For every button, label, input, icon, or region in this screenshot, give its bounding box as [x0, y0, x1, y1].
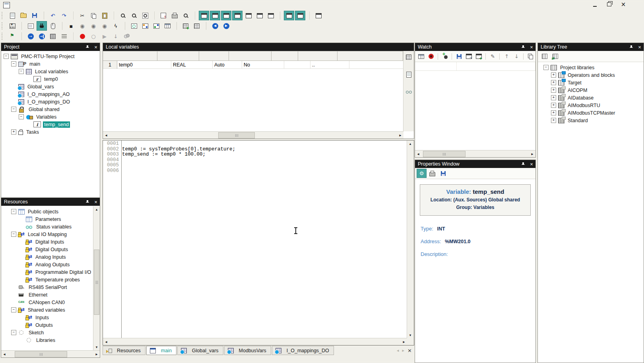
- expander-icon[interactable]: −: [543, 65, 549, 70]
- refresh-libraries-button[interactable]: [550, 52, 560, 61]
- duplicate-symbol-button[interactable]: [526, 52, 535, 61]
- cold-restart-button[interactable]: ◉: [77, 21, 87, 31]
- library-manager-button[interactable]: [539, 52, 549, 61]
- grid-horizontal-scrollbar[interactable]: ◂ ▸: [103, 131, 403, 139]
- expander-icon[interactable]: −: [19, 69, 24, 74]
- watch-column-header[interactable]: [457, 62, 529, 70]
- array-cell[interactable]: No: [242, 61, 284, 69]
- watch-column-header[interactable]: [415, 62, 457, 70]
- grid-column-header[interactable]: [103, 51, 157, 61]
- redo-button[interactable]: ↷: [59, 11, 69, 20]
- st-code-editor[interactable]: 0001 0002 temp0 := sysTempProbes[0].temp…: [103, 140, 414, 345]
- start-recording-button[interactable]: [77, 31, 87, 41]
- document-tab[interactable]: I_O_mappings_DO: [272, 346, 334, 355]
- expander-icon[interactable]: +: [551, 118, 556, 123]
- save-watch-list-button[interactable]: [454, 52, 464, 61]
- pin-icon[interactable]: [522, 162, 526, 166]
- grid-column-header[interactable]: [272, 51, 298, 61]
- new-project-button[interactable]: [7, 11, 17, 20]
- expander-icon[interactable]: +: [551, 110, 556, 115]
- document-tab[interactable]: Global_vars: [177, 346, 223, 355]
- pin-icon[interactable]: [522, 45, 526, 49]
- tree-item[interactable]: − Variables: [1, 113, 100, 121]
- hot-restart-button[interactable]: ◉: [99, 21, 110, 31]
- load-watch-list-button[interactable]: [464, 52, 473, 61]
- multiple-download-button[interactable]: [140, 21, 150, 31]
- tree-item[interactable]: + AICOPM: [541, 86, 644, 94]
- editor-vertical-scrollbar[interactable]: ▴ ▾: [407, 141, 414, 338]
- paste-button[interactable]: [99, 11, 110, 20]
- reboot-target-button[interactable]: ϟ: [111, 21, 121, 31]
- menu-item[interactable]: [85, 4, 93, 6]
- field-value[interactable]: %MW201.0: [445, 239, 471, 244]
- expander-icon[interactable]: −: [11, 209, 16, 214]
- online-network-button[interactable]: [129, 21, 139, 31]
- menu-item[interactable]: [62, 4, 70, 6]
- toggle-watch-window-button[interactable]: [221, 11, 231, 20]
- name-cell[interactable]: temp0: [117, 61, 171, 69]
- tree-item[interactable]: CANopen CAN0: [1, 299, 93, 306]
- menu-item[interactable]: [30, 4, 38, 6]
- tree-item[interactable]: Temperature probes: [1, 276, 93, 283]
- document-tab[interactable]: Resources: [103, 346, 145, 355]
- undo-button[interactable]: ↶: [48, 11, 58, 20]
- expander-icon[interactable]: +: [11, 129, 16, 135]
- expander-icon[interactable]: +: [551, 95, 556, 100]
- menu-item[interactable]: [70, 4, 78, 6]
- toggle-project-window-button[interactable]: [199, 11, 209, 20]
- insert-record-button[interactable]: [180, 21, 191, 31]
- type-cell[interactable]: REAL: [171, 61, 213, 69]
- scroll-left-icon[interactable]: ◂: [415, 150, 421, 157]
- load-watch-list-new-button[interactable]: [474, 52, 483, 61]
- close-icon[interactable]: [529, 44, 534, 50]
- pin-icon[interactable]: [86, 200, 90, 204]
- tree-item[interactable]: − Shared variables: [1, 306, 93, 314]
- save-properties-button[interactable]: [438, 169, 448, 178]
- field-value[interactable]: INT: [437, 226, 445, 232]
- expander-icon[interactable]: +: [551, 103, 556, 108]
- cut-button[interactable]: ✂: [77, 11, 87, 20]
- resources-horizontal-scrollbar[interactable]: ◂ ▸: [1, 350, 100, 357]
- close-icon[interactable]: [93, 199, 98, 205]
- scroll-right-icon[interactable]: ▸: [401, 338, 407, 345]
- tree-item[interactable]: + AIModbusTCPMaster: [541, 109, 644, 117]
- tree-item[interactable]: Digital Inputs: [1, 238, 93, 246]
- expander-icon[interactable]: −: [11, 307, 16, 312]
- print-preview-button[interactable]: [180, 11, 191, 20]
- board-setup-button[interactable]: [25, 21, 36, 31]
- menu-item[interactable]: [38, 4, 46, 6]
- expander-icon[interactable]: −: [19, 114, 24, 119]
- insert-symbol-button[interactable]: [440, 52, 450, 61]
- expander-icon[interactable]: −: [11, 232, 16, 237]
- scroll-left-icon[interactable]: ◂: [103, 338, 109, 345]
- toggle-config-window-button[interactable]: [254, 11, 265, 20]
- tree-item[interactable]: Ethernet: [1, 291, 93, 299]
- tab-close-icon[interactable]: ×: [407, 347, 412, 353]
- row-number-cell[interactable]: 1: [103, 61, 117, 69]
- menu-item[interactable]: [78, 4, 85, 6]
- tree-item[interactable]: + Target: [541, 79, 644, 86]
- toolbar-grip[interactable]: [2, 22, 4, 29]
- record-grid-button[interactable]: [192, 21, 202, 31]
- menu-item[interactable]: [14, 4, 22, 6]
- print-properties-button[interactable]: [427, 169, 437, 178]
- tree-item[interactable]: − Local IO Mapping: [1, 230, 93, 238]
- expander-icon[interactable]: −: [11, 61, 16, 66]
- expander-icon[interactable]: −: [11, 107, 16, 112]
- watch-column-header[interactable]: [529, 62, 535, 70]
- open-project-button[interactable]: [18, 11, 29, 20]
- tree-item[interactable]: − Global shared: [1, 105, 100, 113]
- scrollbar-thumb[interactable]: [94, 250, 99, 315]
- close-window-button[interactable]: ×: [620, 1, 627, 8]
- grid-view-button[interactable]: [404, 53, 413, 61]
- scroll-right-icon[interactable]: ▸: [529, 150, 535, 157]
- menu-item[interactable]: [22, 4, 30, 6]
- attribute-cell[interactable]: ..: [310, 61, 349, 69]
- simulation-mode-button[interactable]: [7, 31, 17, 41]
- tree-item[interactable]: Outputs: [1, 321, 93, 329]
- tree-item[interactable]: + AIModbusRTU: [541, 101, 644, 109]
- close-icon[interactable]: [637, 44, 642, 50]
- document-tab[interactable]: main: [146, 346, 177, 355]
- watch-view-button[interactable]: [404, 88, 413, 96]
- toggle-properties-window-button[interactable]: [284, 11, 294, 20]
